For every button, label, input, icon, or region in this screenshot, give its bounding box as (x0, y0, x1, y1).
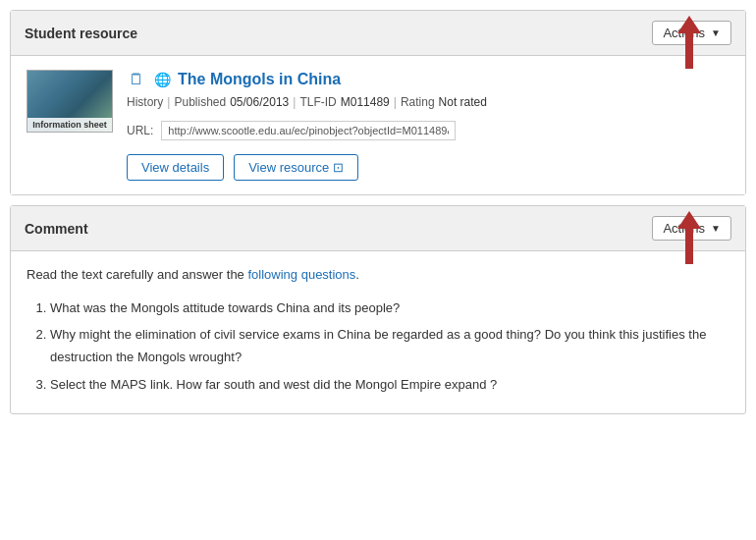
following-questions-link[interactable]: following questions (247, 267, 355, 282)
url-input[interactable] (161, 121, 456, 140)
resource-meta: 🗒 🌐 The Mongols in China History | Publi… (127, 70, 729, 181)
resource-title-link[interactable]: The Mongols in China (178, 71, 341, 88)
comment-card-title: Comment (25, 221, 88, 237)
view-resource-icon: ⊡ (333, 160, 344, 175)
comment-arrow-up-icon (677, 211, 701, 229)
tlf-value: M011489 (341, 95, 390, 109)
resource-row: Information sheet 🗒 🌐 The Mongols in Chi… (27, 70, 729, 181)
list-item: What was the Mongols attitude towards Ch… (50, 297, 729, 319)
resource-title-row: 🗒 🌐 The Mongols in China (127, 70, 729, 89)
tlf-label: TLF-ID (299, 95, 336, 109)
rating-label: Rating (401, 95, 435, 109)
comment-arrow-shaft (685, 229, 693, 264)
comment-intro: Read the text carefully and answer the f… (27, 265, 729, 285)
resource-meta-line: History | Published 05/06/2013 | TLF-ID … (127, 95, 729, 109)
list-item: Select the MAPS link. How far south and … (50, 373, 729, 396)
published-value: 05/06/2013 (230, 95, 289, 109)
url-label: URL: (127, 124, 153, 137)
resource-button-row: View details View resource ⊡ (127, 154, 729, 181)
resource-thumbnail: Information sheet (27, 70, 113, 133)
arrow-up-icon (677, 16, 701, 33)
document-icon: 🗒 (127, 70, 146, 89)
rating-value: Not rated (439, 95, 487, 109)
published-label: Published (174, 95, 226, 109)
thumbnail-label: Information sheet (27, 118, 112, 132)
resource-card-header: Student resource Actions ▼ (11, 11, 745, 56)
comment-questions-list: What was the Mongols attitude towards Ch… (27, 297, 729, 397)
comment-card-header: Comment Actions ▼ (11, 206, 745, 251)
actions-dropdown-icon: ▼ (711, 27, 721, 38)
student-resource-card: Student resource Actions ▼ Information s… (10, 10, 746, 195)
comment-actions-dropdown-icon: ▼ (711, 223, 721, 234)
url-row: URL: (127, 121, 729, 140)
subject-label: History (127, 95, 163, 109)
comment-card: Comment Actions ▼ Read the text carefull… (10, 205, 746, 414)
view-resource-button[interactable]: View resource ⊡ (234, 154, 358, 181)
resource-arrow-annotation (677, 16, 701, 69)
list-item: Why might the elimination of civil servi… (50, 323, 729, 369)
view-details-button[interactable]: View details (127, 154, 224, 181)
comment-arrow-annotation (677, 211, 701, 264)
resource-card-title: Student resource (25, 26, 137, 41)
globe-icon: 🌐 (152, 70, 172, 89)
comment-card-body: Read the text carefully and answer the f… (11, 251, 745, 413)
arrow-shaft (685, 33, 693, 69)
resource-card-body: Information sheet 🗒 🌐 The Mongols in Chi… (11, 56, 745, 194)
